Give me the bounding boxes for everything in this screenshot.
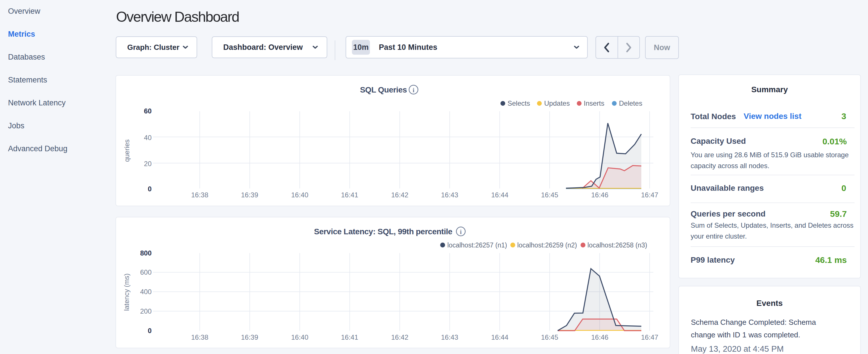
svg-text:16:40: 16:40 <box>291 191 308 199</box>
svg-text:localhost:26259 (n2): localhost:26259 (n2) <box>517 242 577 249</box>
svg-text:16:46: 16:46 <box>591 333 608 341</box>
svg-text:16:44: 16:44 <box>491 333 508 341</box>
svg-text:i: i <box>413 87 414 94</box>
svg-text:16:47: 16:47 <box>641 333 658 341</box>
svg-text:600: 600 <box>140 268 152 276</box>
svg-text:16:40: 16:40 <box>291 333 308 341</box>
svg-text:Inserts: Inserts <box>584 99 604 107</box>
svg-text:16:43: 16:43 <box>441 333 458 341</box>
svg-text:16:41: 16:41 <box>341 191 358 199</box>
svg-text:16:45: 16:45 <box>541 333 558 341</box>
svg-text:800: 800 <box>140 249 152 257</box>
svg-text:i: i <box>460 228 462 235</box>
svg-text:16:39: 16:39 <box>241 191 258 199</box>
svg-text:16:44: 16:44 <box>491 191 508 199</box>
svg-text:20: 20 <box>144 160 152 167</box>
svg-text:16:42: 16:42 <box>391 191 408 199</box>
svg-text:localhost:26258 (n3): localhost:26258 (n3) <box>587 242 647 249</box>
svg-text:16:45: 16:45 <box>541 191 558 199</box>
svg-text:200: 200 <box>140 307 152 315</box>
svg-text:latency (ms): latency (ms) <box>123 273 130 311</box>
svg-text:16:39: 16:39 <box>241 333 258 341</box>
svg-text:localhost:26257 (n1): localhost:26257 (n1) <box>447 242 507 249</box>
svg-text:60: 60 <box>144 107 152 115</box>
svg-text:40: 40 <box>144 134 152 141</box>
svg-text:16:38: 16:38 <box>191 333 208 341</box>
svg-text:16:46: 16:46 <box>591 191 608 199</box>
svg-text:16:47: 16:47 <box>641 191 658 199</box>
svg-text:16:38: 16:38 <box>191 191 208 199</box>
svg-text:Deletes: Deletes <box>619 99 642 107</box>
svg-text:0: 0 <box>148 327 152 334</box>
svg-text:0: 0 <box>148 185 152 193</box>
svg-text:Service Latency: SQL, 99th per: Service Latency: SQL, 99th percentile <box>314 227 453 236</box>
svg-text:16:42: 16:42 <box>391 333 408 341</box>
svg-text:16:43: 16:43 <box>441 191 458 199</box>
svg-text:Selects: Selects <box>507 99 530 107</box>
svg-text:400: 400 <box>140 288 152 296</box>
svg-text:Updates: Updates <box>544 99 570 107</box>
svg-text:SQL Queries: SQL Queries <box>360 85 407 94</box>
svg-text:queries: queries <box>123 139 131 162</box>
svg-text:16:41: 16:41 <box>341 333 358 341</box>
